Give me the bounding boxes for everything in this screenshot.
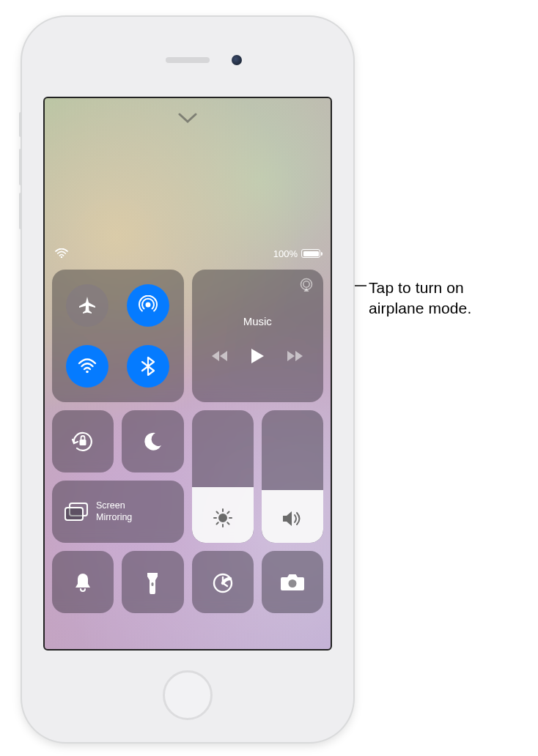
media-module[interactable]: Music bbox=[192, 270, 324, 402]
flashlight-button[interactable] bbox=[122, 551, 183, 613]
svg-point-2 bbox=[61, 256, 63, 259]
airdrop-button[interactable] bbox=[127, 284, 169, 327]
volume-down-button bbox=[19, 193, 22, 229]
battery-percent-label: 100% bbox=[273, 248, 298, 259]
device-frame: 100% bbox=[22, 17, 353, 742]
wifi-status-icon bbox=[55, 248, 68, 259]
skip-back-icon[interactable] bbox=[212, 350, 228, 365]
battery-icon bbox=[301, 249, 320, 258]
screen-mirroring-button[interactable]: Screen Mirroring bbox=[52, 481, 184, 543]
svg-point-13 bbox=[288, 579, 296, 588]
mute-switch bbox=[19, 112, 22, 137]
airplane-icon bbox=[77, 295, 97, 316]
moon-icon bbox=[141, 431, 163, 453]
ringer-button[interactable] bbox=[52, 551, 114, 613]
do-not-disturb-button[interactable] bbox=[122, 410, 183, 472]
screen: 100% bbox=[43, 97, 332, 651]
close-chevron-icon[interactable] bbox=[178, 110, 197, 129]
svg-rect-7 bbox=[80, 440, 86, 445]
airplay-audio-icon[interactable] bbox=[298, 277, 314, 296]
svg-point-8 bbox=[219, 514, 226, 522]
volume-up-button bbox=[19, 149, 22, 185]
screen-mirroring-label: Screen Mirroring bbox=[96, 500, 132, 523]
front-camera bbox=[232, 55, 242, 65]
bell-icon bbox=[73, 571, 93, 593]
skip-forward-icon[interactable] bbox=[287, 350, 303, 365]
screen-mirroring-icon bbox=[64, 502, 89, 522]
play-icon[interactable] bbox=[250, 348, 265, 367]
bluetooth-icon bbox=[140, 356, 156, 377]
home-button[interactable] bbox=[163, 670, 213, 720]
callout-text: Tap to turn on airplane mode. bbox=[369, 278, 523, 319]
control-center: Music bbox=[52, 270, 323, 613]
timer-icon bbox=[211, 571, 235, 594]
wifi-button[interactable] bbox=[66, 345, 108, 388]
sun-icon bbox=[213, 508, 233, 531]
camera-icon bbox=[280, 573, 305, 592]
media-title: Music bbox=[243, 315, 272, 327]
status-bar: 100% bbox=[45, 245, 331, 262]
svg-point-3 bbox=[147, 303, 150, 306]
airdrop-icon bbox=[138, 295, 158, 316]
brightness-slider[interactable] bbox=[192, 410, 254, 543]
svg-rect-10 bbox=[65, 508, 83, 520]
volume-slider[interactable] bbox=[262, 410, 323, 543]
svg-point-6 bbox=[303, 281, 309, 287]
orientation-lock-icon bbox=[70, 429, 95, 454]
bluetooth-button[interactable] bbox=[127, 345, 169, 388]
camera-button[interactable] bbox=[262, 551, 323, 613]
speaker-icon bbox=[281, 509, 303, 531]
wifi-icon bbox=[77, 356, 97, 377]
orientation-lock-button[interactable] bbox=[52, 410, 114, 472]
earpiece bbox=[166, 57, 210, 63]
airplane-mode-button[interactable] bbox=[66, 284, 108, 327]
svg-point-4 bbox=[86, 371, 89, 374]
connectivity-module[interactable] bbox=[52, 270, 184, 402]
timer-button[interactable] bbox=[192, 551, 254, 613]
flashlight-icon bbox=[145, 571, 160, 594]
svg-rect-11 bbox=[152, 582, 154, 586]
